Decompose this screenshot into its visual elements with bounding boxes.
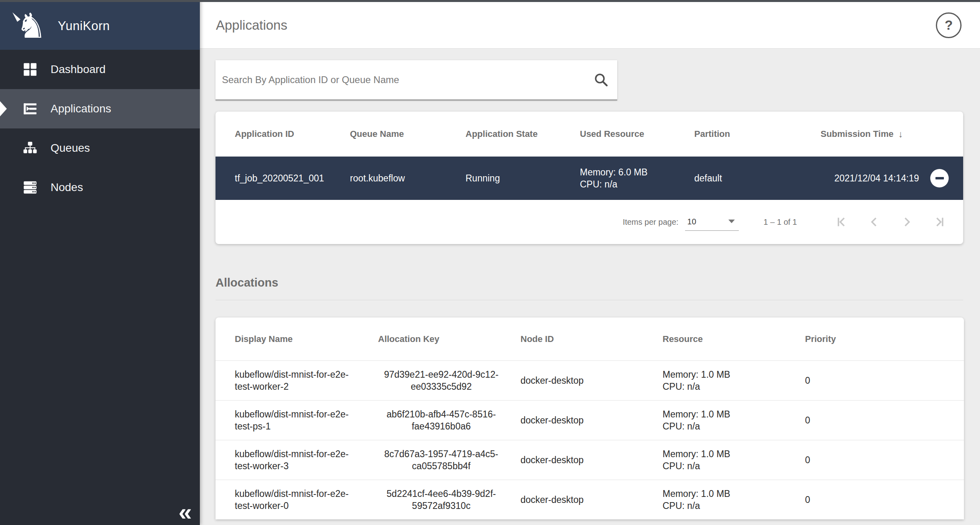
column-header-used-resource[interactable]: Used Resource [580, 129, 694, 139]
allocation-row[interactable]: kubeflow/dist-mnist-for-e2e- test-ps-1 a… [216, 400, 964, 440]
allocation-key-line: fae43916b0a6 [378, 420, 504, 432]
allocation-key-cell: 5d2241cf-4ee6-4b39-9d2f- 59572af9310c [378, 488, 520, 512]
resource-cpu: CPU: n/a [663, 381, 805, 393]
column-header-node-id[interactable]: Node ID [520, 334, 663, 344]
node-id-cell: docker-desktop [520, 415, 663, 426]
column-header-priority[interactable]: Priority [805, 334, 964, 344]
application-state-cell: Running [466, 173, 580, 184]
column-header-application-state[interactable]: Application State [466, 129, 580, 139]
column-header-queue-name[interactable]: Queue Name [350, 129, 466, 139]
display-name-line: kubeflow/dist-mnist-for-e2e- [235, 448, 378, 460]
sidebar-collapse-button[interactable]: « [179, 500, 190, 524]
allocation-key-cell: 8c7d67a3-1957-4719-a4c5- ca055785bb4f [378, 448, 520, 472]
display-name-line: test-ps-1 [235, 420, 378, 432]
display-name-cell: kubeflow/dist-mnist-for-e2e- test-worker… [216, 488, 378, 512]
allocation-key-line: 5d2241cf-4ee6-4b39-9d2f- [378, 488, 504, 500]
page-header: Applications ? [200, 0, 980, 49]
column-header-application-id[interactable]: Application ID [216, 129, 350, 139]
column-header-partition[interactable]: Partition [694, 129, 809, 139]
column-header-resource[interactable]: Resource [663, 334, 805, 344]
allocations-section-title: Allocations [216, 276, 963, 289]
resource-cell: Memory: 1.0 MB CPU: n/a [663, 488, 805, 512]
search-input[interactable] [222, 74, 593, 85]
resource-memory: Memory: 1.0 MB [663, 488, 805, 500]
allocations-table: Display Name Allocation Key Node ID Reso… [216, 317, 964, 519]
resource-cell: Memory: 1.0 MB CPU: n/a [663, 368, 805, 393]
allocation-row[interactable]: kubeflow/dist-mnist-for-e2e- test-worker… [216, 360, 964, 400]
applications-table-header: Application ID Queue Name Application St… [216, 112, 963, 157]
main-area: Applications ? Application ID Queue Name… [200, 0, 980, 525]
allocation-key-cell: 97d39e21-ee92-420d-9c12- ee03335c5d92 [378, 368, 520, 393]
column-header-display-name[interactable]: Display Name [216, 334, 378, 344]
display-name-line: test-worker-0 [235, 500, 378, 512]
resource-cell: Memory: 1.0 MB CPU: n/a [663, 448, 805, 472]
unicorn-horn [11, 11, 20, 22]
allocation-row[interactable]: kubeflow/dist-mnist-for-e2e- test-worker… [216, 440, 964, 480]
search-icon[interactable] [593, 72, 609, 88]
column-header-submission-time[interactable]: Submission Time ↓ [809, 129, 963, 140]
used-resource-cell: Memory: 6.0 MB CPU: n/a [580, 166, 694, 190]
used-resource-memory: Memory: 6.0 MB [580, 166, 694, 178]
allocation-key-line: 59572af9310c [378, 500, 504, 512]
selected-item-arrow [0, 101, 7, 116]
dashboard-icon [22, 62, 38, 77]
display-name-cell: kubeflow/dist-mnist-for-e2e- test-ps-1 [216, 408, 378, 432]
sidebar-item-label: Queues [51, 142, 90, 155]
sidebar-item-label: Nodes [51, 181, 83, 194]
node-id-cell: docker-desktop [520, 375, 663, 386]
display-name-cell: kubeflow/dist-mnist-for-e2e- test-worker… [216, 448, 378, 472]
sidebar-item-nodes[interactable]: Nodes [0, 168, 200, 207]
page-title: Applications [216, 18, 287, 33]
previous-page-button[interactable] [867, 215, 881, 229]
applications-table: Application ID Queue Name Application St… [216, 112, 963, 244]
submission-time-cell: 2021/12/04 14:14:19 [809, 169, 963, 187]
sidebar-item-label: Applications [51, 102, 111, 115]
page-content: Application ID Queue Name Application St… [200, 49, 980, 525]
window-top-strip [0, 0, 980, 2]
display-name-cell: kubeflow/dist-mnist-for-e2e- test-worker… [216, 368, 378, 393]
queue-name-cell: root.kubeflow [350, 173, 466, 184]
display-name-line: test-worker-3 [235, 460, 378, 472]
items-per-page-select[interactable]: 10 [685, 213, 739, 231]
allocations-divider [216, 300, 963, 300]
allocation-key-line: 97d39e21-ee92-420d-9c12- [378, 368, 504, 381]
allocation-row[interactable]: kubeflow/dist-mnist-for-e2e- test-worker… [216, 480, 964, 519]
help-button[interactable]: ? [936, 12, 962, 38]
search-bar [216, 60, 617, 100]
brand: ♞ YuniKorn [0, 0, 200, 50]
sidebar-nav: Dashboard Applications Queues Nodes [0, 50, 200, 207]
display-name-line: kubeflow/dist-mnist-for-e2e- [235, 368, 378, 381]
first-page-button[interactable] [834, 215, 848, 229]
collapse-row-minus-icon[interactable] [930, 169, 949, 187]
submission-time-value: 2021/12/04 14:14:19 [834, 173, 919, 184]
sidebar: ♞ YuniKorn Dashboard Applications Queues [0, 0, 200, 525]
allocation-key-cell: ab6f210b-afb4-457c-8516- fae43916b0a6 [378, 408, 520, 432]
node-id-cell: docker-desktop [520, 455, 663, 466]
priority-cell: 0 [805, 375, 964, 386]
display-name-line: kubeflow/dist-mnist-for-e2e- [235, 408, 378, 420]
items-per-page-value: 10 [685, 217, 696, 226]
last-page-button[interactable] [933, 215, 947, 229]
allocations-table-header: Display Name Allocation Key Node ID Reso… [216, 317, 964, 360]
allocation-key-line: ee03335c5d92 [378, 381, 504, 393]
paginator: Items per page: 10 1 – 1 of 1 [216, 200, 963, 244]
next-page-button[interactable] [900, 215, 914, 229]
question-mark-icon: ? [945, 18, 953, 33]
submission-time-label: Submission Time [821, 129, 894, 139]
priority-cell: 0 [805, 455, 964, 466]
column-header-allocation-key[interactable]: Allocation Key [378, 334, 520, 344]
application-row[interactable]: tf_job_20200521_001 root.kubeflow Runnin… [216, 157, 963, 200]
brand-title: YuniKorn [58, 19, 110, 33]
sidebar-item-dashboard[interactable]: Dashboard [0, 50, 200, 89]
resource-memory: Memory: 1.0 MB [663, 448, 805, 460]
sidebar-item-queues[interactable]: Queues [0, 128, 200, 168]
items-per-page-label: Items per page: [623, 218, 679, 227]
allocation-key-line: 8c7d67a3-1957-4719-a4c5- [378, 448, 504, 460]
nodes-icon [22, 180, 38, 195]
allocation-key-line: ca055785bb4f [378, 460, 504, 472]
sort-desc-arrow-icon: ↓ [899, 129, 903, 140]
sidebar-item-applications[interactable]: Applications [0, 89, 200, 128]
priority-cell: 0 [805, 415, 964, 426]
resource-cpu: CPU: n/a [663, 500, 805, 512]
resource-memory: Memory: 1.0 MB [663, 408, 805, 420]
